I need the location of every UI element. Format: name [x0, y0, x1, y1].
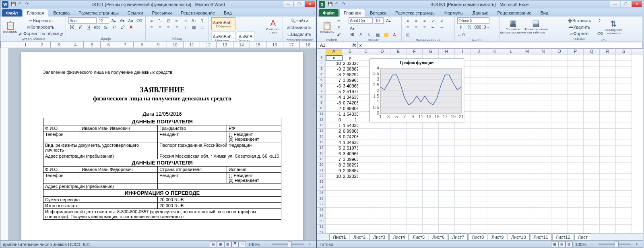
shading-icon[interactable]: ▦ — [190, 24, 198, 30]
cell[interactable]: 1.540302 — [342, 123, 358, 129]
cell[interactable] — [423, 146, 439, 151]
cell[interactable] — [503, 225, 519, 230]
web-layout-icon[interactable]: ▥ — [224, 242, 231, 247]
cell[interactable] — [471, 83, 487, 89]
cell[interactable] — [503, 112, 519, 117]
sheet-tab[interactable]: Лист9 — [488, 233, 507, 240]
paste-button[interactable]: 📋Вставить — [3, 18, 17, 36]
cell[interactable] — [503, 83, 519, 89]
font-size-combo[interactable]: 12 — [98, 17, 109, 24]
cell[interactable] — [503, 168, 519, 174]
cell[interactable] — [326, 219, 342, 225]
tab-Разметка страницы[interactable]: Разметка страницы — [391, 9, 440, 17]
col-header[interactable]: C — [358, 49, 374, 55]
cell[interactable] — [455, 140, 471, 146]
cell[interactable] — [358, 168, 374, 174]
cell[interactable] — [326, 225, 342, 230]
format-painter-button[interactable]: 🖌 Формат по образцу — [19, 30, 63, 37]
cell[interactable] — [503, 219, 519, 225]
cell[interactable] — [407, 230, 423, 233]
cell[interactable] — [455, 123, 471, 129]
excel-view-buttons[interactable]: ▦ ▤ ▥ — [551, 242, 573, 247]
cell[interactable]: 0.998067 — [342, 106, 358, 112]
cell[interactable] — [551, 151, 568, 157]
sheet-tab[interactable]: Лист10 — [508, 233, 529, 240]
cell[interactable] — [455, 151, 471, 157]
cell[interactable] — [455, 157, 471, 163]
col-header[interactable]: A — [326, 49, 342, 55]
cell[interactable] — [535, 83, 551, 89]
cell[interactable] — [471, 106, 487, 112]
cell[interactable] — [374, 168, 390, 174]
row-header[interactable]: 24 — [317, 185, 326, 191]
cell[interactable] — [616, 61, 632, 67]
cell[interactable] — [374, 219, 390, 225]
paste-button[interactable]: 📋Вставить — [320, 19, 334, 36]
autosum-icon[interactable]: Σ — [597, 17, 604, 24]
cell[interactable] — [568, 140, 584, 146]
cell[interactable] — [487, 112, 503, 117]
find-select-button[interactable]: 🔍Найти и выделить — [597, 38, 614, 42]
cell[interactable] — [374, 174, 390, 179]
cell[interactable] — [616, 185, 632, 191]
col-header[interactable]: B — [342, 49, 358, 55]
cell[interactable]: -1 — [326, 112, 342, 117]
cell[interactable]: x — [326, 55, 342, 61]
format-as-table-button[interactable]: ▤Форматировать как таблицу — [525, 17, 547, 35]
cell[interactable] — [600, 185, 616, 191]
cell[interactable] — [568, 123, 584, 129]
tab-Вставка[interactable]: Вставка — [366, 9, 390, 17]
cell[interactable]: -3 — [326, 100, 342, 106]
cell[interactable] — [519, 117, 535, 123]
cell[interactable] — [487, 89, 503, 95]
cell[interactable]: 1 — [326, 123, 342, 129]
draft-icon[interactable]: ▭ — [239, 242, 246, 247]
word-ruler[interactable]: 123456789101112131415161718 — [0, 42, 316, 48]
cell[interactable] — [535, 225, 551, 230]
cell[interactable] — [568, 208, 584, 213]
cell[interactable] — [374, 163, 390, 168]
cell[interactable] — [390, 179, 407, 185]
redo-icon[interactable]: ↷ — [342, 2, 348, 7]
cell[interactable] — [568, 61, 584, 67]
subscript-icon[interactable]: x₂ — [102, 24, 109, 30]
cell[interactable] — [487, 106, 503, 112]
cell[interactable] — [503, 179, 519, 185]
cell[interactable] — [471, 191, 487, 196]
cell[interactable] — [568, 100, 584, 106]
grow-font-icon[interactable]: A▴ — [385, 17, 392, 24]
sheet-tab[interactable]: Лист3 — [369, 233, 389, 240]
cell[interactable] — [487, 140, 503, 146]
cell[interactable] — [471, 78, 487, 83]
row-header[interactable]: 20 — [317, 163, 326, 168]
cell[interactable] — [407, 191, 423, 196]
cell[interactable] — [600, 168, 616, 174]
clear-format-icon[interactable]: ⌫ — [136, 17, 143, 24]
cell[interactable] — [390, 202, 407, 208]
font-name-combo[interactable]: Arial Cyr — [349, 17, 373, 24]
cell[interactable] — [358, 129, 374, 134]
cell-styles-button[interactable]: ▭Стили ячеек — [502, 36, 518, 42]
strike-icon[interactable]: abc — [94, 24, 101, 30]
cell[interactable] — [616, 179, 632, 185]
cell[interactable] — [584, 230, 600, 233]
cell[interactable] — [535, 168, 551, 174]
cell[interactable] — [487, 208, 503, 213]
cell[interactable] — [519, 230, 535, 233]
shrink-font-icon[interactable]: A▾ — [119, 17, 126, 24]
undo-icon[interactable]: ↶ — [18, 2, 24, 7]
row-header[interactable]: 14 — [317, 129, 326, 134]
cell[interactable] — [519, 123, 535, 129]
cell[interactable] — [487, 95, 503, 100]
cell[interactable] — [487, 230, 503, 233]
row-header[interactable]: 25 — [317, 191, 326, 196]
cell[interactable] — [407, 134, 423, 140]
row-header[interactable]: 2 — [317, 61, 326, 67]
cell[interactable] — [471, 134, 487, 140]
cell[interactable] — [439, 208, 455, 213]
cell[interactable] — [616, 129, 632, 134]
tab-Вставка[interactable]: Вставка — [49, 9, 74, 17]
cell[interactable] — [423, 174, 439, 179]
cell[interactable] — [423, 168, 439, 174]
cell[interactable] — [535, 196, 551, 202]
